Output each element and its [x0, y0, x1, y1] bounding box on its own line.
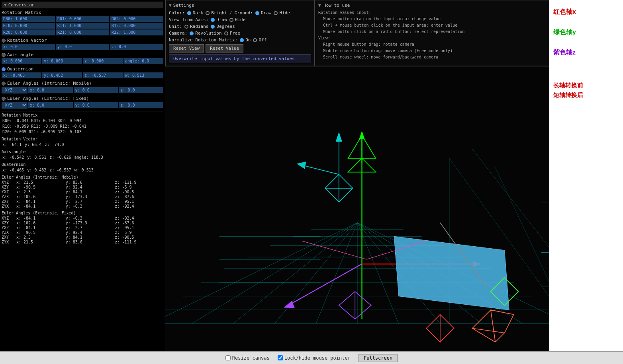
- r11-cell[interactable]: R11: 1.000: [56, 23, 109, 29]
- view-draw-radio-group[interactable]: Draw: [211, 17, 227, 22]
- how-to-use-content: Rotation values input: Mouse button drag…: [318, 10, 546, 60]
- lock-mouse-checkbox[interactable]: [278, 355, 283, 360]
- axis-angle-z[interactable]: z: 0.000: [83, 58, 123, 64]
- rot-vec-y[interactable]: y: 0.0: [56, 44, 109, 50]
- quaternion-radio[interactable]: [2, 67, 6, 71]
- ground-hide-radio-group[interactable]: Hide: [274, 10, 290, 16]
- r21-cell[interactable]: R21: 0.000: [56, 29, 109, 35]
- reset-view-button[interactable]: Reset View: [169, 44, 204, 53]
- color-dark-radio-group[interactable]: Dark: [187, 10, 204, 16]
- axis-angle-x[interactable]: x: 0.000: [2, 58, 41, 64]
- quat-w[interactable]: w: 0.513: [123, 72, 163, 78]
- rotation-matrix-input-header: Rotation Matrix: [2, 10, 163, 15]
- euler-intrinsic-radio[interactable]: [2, 82, 6, 86]
- output-matrix-grid: R00: -0.041 R01: 0.103 R02: 0.994R10: -0…: [2, 118, 163, 134]
- overwrite-button[interactable]: Overwrite input values by the converted …: [169, 54, 311, 63]
- reset-value-button[interactable]: Reset Value: [206, 44, 243, 53]
- output-matrix-row: R20: 0.005 R21: -0.995 R22: 0.103: [2, 129, 163, 134]
- euler-extr-y[interactable]: y: 0.0: [74, 102, 118, 108]
- list-item: YZXx: 102.6y: -173.3z: -87.6: [2, 195, 163, 199]
- euler-extrinsic-header: Euler Angles (Extrinsic; Fixed): [2, 96, 163, 101]
- normalize-off-radio[interactable]: [253, 38, 257, 42]
- normalize-off-radio-group[interactable]: Off: [253, 37, 266, 43]
- camera-revolution-radio[interactable]: [190, 31, 194, 35]
- quaternion-input-section: Quaternion x: -0.465 y: 0.482 z: -0.537 …: [2, 66, 163, 78]
- euler-intrinsic-header: Euler Angles (Intrinsic; Mobile): [2, 81, 163, 86]
- unit-radians-radio-group[interactable]: Radians: [184, 24, 208, 29]
- list-item: XZYx: 102.6y: -173.3z: -87.6: [2, 221, 163, 225]
- quat-x[interactable]: x: -0.465: [2, 72, 41, 78]
- r12-cell[interactable]: R12: 0.000: [110, 23, 163, 29]
- list-item: ZXYx: 2.3y: 84.1z: -90.5: [2, 235, 163, 239]
- euler-extr-x[interactable]: x: 0.0: [28, 102, 73, 108]
- color-bright-radio[interactable]: [206, 11, 210, 15]
- 3d-viewport[interactable]: [165, 66, 549, 351]
- conversion-title: ▼ Conversion: [2, 2, 163, 8]
- r22-cell[interactable]: R22: 1.000: [110, 29, 163, 35]
- quat-y[interactable]: y: 0.482: [42, 72, 82, 78]
- color-bright-radio-group[interactable]: Bright: [206, 10, 227, 16]
- purple-axis-label: 紫色轴z: [553, 49, 576, 57]
- ground-draw-radio[interactable]: [255, 11, 259, 15]
- viewport-svg: [165, 66, 549, 351]
- normalize-on-radio[interactable]: [240, 38, 244, 42]
- axis-angle-radio[interactable]: [2, 53, 6, 57]
- output-euler-extr-label: Euler Angles (Extrinsic; Fixed): [2, 211, 163, 215]
- resize-canvas-label[interactable]: Resize canvas: [225, 355, 270, 361]
- r10-cell[interactable]: R10: 0.000: [2, 23, 55, 29]
- euler-extrinsic-radio[interactable]: [2, 97, 6, 101]
- axis-angle-y[interactable]: y: 0.000: [42, 58, 82, 64]
- output-axis-angle-row: x: -0.542 y: 0.561 z: -0.626 angle: 118.…: [2, 155, 163, 160]
- rotation-vector-radio[interactable]: [2, 39, 6, 43]
- camera-free-radio[interactable]: [224, 31, 228, 35]
- euler-intr-z[interactable]: z: 0.0: [119, 87, 163, 93]
- lock-mouse-label[interactable]: Lock/hide mouse pointer: [278, 355, 351, 361]
- view-hide-radio[interactable]: [229, 18, 233, 22]
- quaternion-row: x: -0.465 y: 0.482 z: -0.537 w: 0.513: [2, 72, 163, 78]
- axis-angle-row: x: 0.000 y: 0.000 z: 0.000 angle: 0.0: [2, 58, 163, 64]
- camera-revolution-radio-group[interactable]: Revolution: [190, 31, 221, 36]
- rot-vec-x[interactable]: x: 0.0: [2, 44, 55, 50]
- view-hide-radio-group[interactable]: Hide: [229, 17, 246, 22]
- euler-extrinsic-controls: XYZXZYYXZYZXZXYZYX x: 0.0 y: 0.0 z: 0.0: [2, 102, 163, 109]
- quat-z[interactable]: z: -0.537: [83, 72, 123, 78]
- axis-angle-header: Axis-angle: [2, 52, 163, 57]
- axis-angle-a[interactable]: angle: 0.0: [123, 58, 163, 64]
- unit-radians-radio[interactable]: [184, 25, 188, 29]
- output-matrix-row: R00: -0.041 R01: 0.103 R02: 0.994: [2, 118, 163, 123]
- euler-intrinsic-input-section: Euler Angles (Intrinsic; Mobile) XYZXZYY…: [2, 81, 163, 93]
- unit-degrees-radio-group[interactable]: Degrees: [211, 24, 235, 29]
- euler-intr-y[interactable]: y: 0.0: [74, 87, 118, 93]
- color-setting-row: Color: Dark Bright / Ground: Draw: [169, 10, 311, 16]
- camera-free-radio-group[interactable]: Free: [224, 31, 241, 36]
- green-axis-label: 绿色轴y: [553, 28, 576, 37]
- list-item: YXZx: -84.1y: -2.7z: -95.1: [2, 226, 163, 230]
- rotation-matrix-input-section: Rotation Matrix R00: 1.000 R01: 0.000 R0…: [2, 10, 163, 35]
- resize-canvas-checkbox[interactable]: [225, 355, 231, 360]
- ground-draw-radio-group[interactable]: Draw: [255, 10, 272, 16]
- unit-degrees-radio[interactable]: [211, 25, 215, 29]
- r00-cell[interactable]: R00: 1.000: [2, 16, 55, 22]
- r01-cell[interactable]: R01: 0.000: [56, 16, 109, 22]
- normalize-on-radio-group[interactable]: On: [240, 37, 251, 43]
- fullscreen-button[interactable]: Fullscreen: [359, 354, 398, 362]
- rot-vec-z[interactable]: z: 0.0: [110, 44, 163, 50]
- transform-labels: 长轴转换前 短轴转换后: [553, 81, 583, 100]
- r02-cell[interactable]: R02: 0.000: [110, 16, 163, 22]
- euler-intr-x[interactable]: x: 0.0: [28, 87, 73, 93]
- output-matrix-row: R10: -0.999 R11: -0.009 R12: -0.041: [2, 124, 163, 129]
- rotation-vector-header: Rotation Vector: [2, 38, 163, 43]
- euler-extrinsic-out-table: XYZx: -84.1y: -0.3z: -92.4XZYx: 102.6y: …: [2, 216, 163, 244]
- r20-cell[interactable]: R20: 0.000: [2, 29, 55, 35]
- center-right-area: ▼ Settings Color: Dark Bright / Ground:: [165, 0, 549, 351]
- euler-extrinsic-order-select[interactable]: XYZXZYYXZYZXZXYZYX: [2, 102, 27, 109]
- euler-extr-z[interactable]: z: 0.0: [119, 102, 163, 108]
- output-axis-angle-label: Axis-angle: [2, 150, 163, 154]
- settings-how-row: ▼ Settings Color: Dark Bright / Ground:: [165, 0, 549, 66]
- euler-intrinsic-order-select[interactable]: XYZXZYYXZYZXZXYZYX: [2, 87, 27, 93]
- view-draw-radio[interactable]: [211, 18, 215, 22]
- color-dark-radio[interactable]: [187, 11, 191, 15]
- output-quat-row: x: -0.465 y: 0.482 z: -0.537 w: 0.513: [2, 167, 163, 173]
- output-euler-extrinsic-section: Euler Angles (Extrinsic; Fixed) XYZx: -8…: [2, 211, 163, 244]
- ground-hide-radio[interactable]: [274, 11, 278, 15]
